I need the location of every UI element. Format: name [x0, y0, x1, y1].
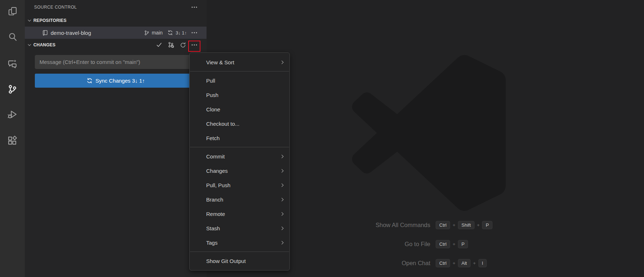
sync-icon: [167, 30, 173, 36]
menu-item-push[interactable]: Push: [190, 88, 289, 102]
watermark-shortcuts: Show All CommandsCtrl+Shift+PGo to FileC…: [323, 218, 492, 270]
menu-item-checkout-to[interactable]: Checkout to...: [190, 116, 289, 131]
keycap-ctrl: Ctrl: [436, 240, 450, 248]
chat-sparkle-icon[interactable]: [0, 53, 25, 74]
shortcut-label: Open Chat: [323, 260, 430, 267]
activity-bar: [0, 0, 25, 277]
shortcut-label: Go to File: [323, 241, 430, 248]
changes-section-header[interactable]: CHANGES: [25, 39, 207, 51]
keycap-i: I: [478, 259, 487, 267]
menu-item-pull-push[interactable]: Pull, Push: [190, 178, 289, 192]
submenu-chevron-icon: [280, 198, 284, 201]
chevron-down-icon: [27, 18, 32, 23]
vscode-window: SOURCE CONTROL REPOSITORIES demo-travel-…: [0, 0, 644, 277]
menu-item-pull[interactable]: Pull: [190, 73, 289, 88]
menu-item-commit[interactable]: Commit: [190, 149, 289, 163]
git-branch-icon: [144, 30, 149, 36]
menu-item-label: Changes: [206, 168, 228, 174]
plus-separator: +: [473, 260, 476, 266]
sync-button-label: Sync Changes 3↓ 1↑: [96, 78, 145, 84]
sync-icon: [87, 78, 93, 84]
shortcut-row: Go to FileCtrl+P: [323, 237, 492, 251]
keycap-ctrl: Ctrl: [436, 221, 450, 229]
keycap-shift: Shift: [458, 221, 474, 229]
run-debug-icon[interactable]: [0, 104, 25, 125]
repo-book-icon: [42, 30, 48, 36]
commit-check-icon[interactable]: [156, 42, 162, 48]
keycap-p: P: [458, 240, 468, 248]
source-control-icon[interactable]: [0, 79, 25, 100]
menu-item-label: Checkout to...: [206, 121, 240, 127]
vscode-logo-watermark: [352, 55, 506, 211]
repositories-label: REPOSITORIES: [33, 18, 66, 23]
menu-item-tags[interactable]: Tags: [190, 235, 289, 250]
changes-label: CHANGES: [33, 42, 55, 47]
submenu-chevron-icon: [280, 183, 284, 187]
menu-item-view-sort[interactable]: View & Sort: [190, 55, 289, 69]
shortcut-row: Open ChatCtrl+Alt+I: [323, 256, 492, 270]
menu-item-label: Tags: [206, 240, 218, 246]
commit-message-input[interactable]: [35, 55, 196, 69]
menu-item-fetch[interactable]: Fetch: [190, 131, 289, 145]
chevron-down-icon: [27, 42, 32, 47]
submenu-chevron-icon: [280, 212, 284, 216]
shortcut-keys: Ctrl+Shift+P: [436, 221, 492, 229]
sync-counts: 3↓ 1↑: [176, 30, 187, 36]
repositories-section-header[interactable]: REPOSITORIES: [25, 14, 207, 27]
menu-item-clone[interactable]: Clone: [190, 102, 289, 116]
repo-row-demo-travel-blog[interactable]: demo-travel-blog main 3↓ 1↑: [25, 27, 207, 39]
menu-item-remote[interactable]: Remote: [190, 207, 289, 221]
sidebar-more-actions-icon[interactable]: [191, 6, 197, 8]
menu-item-stash[interactable]: Stash: [190, 221, 289, 235]
menu-separator: [190, 251, 289, 252]
menu-item-label: Stash: [206, 225, 220, 231]
shortcut-label: Show All Commands: [323, 222, 430, 228]
sync-changes-button[interactable]: Sync Changes 3↓ 1↑: [35, 74, 196, 88]
submenu-chevron-icon: [280, 169, 284, 172]
menu-item-label: Push: [206, 92, 218, 98]
explorer-copy-icon[interactable]: [0, 1, 25, 22]
menu-item-label: Pull: [206, 78, 215, 84]
repo-more-actions-icon[interactable]: [191, 32, 197, 33]
menu-item-show-git-output[interactable]: Show Git Output: [190, 254, 289, 268]
sidebar-title-row: SOURCE CONTROL: [25, 0, 207, 14]
submenu-chevron-icon: [280, 226, 284, 230]
submenu-chevron-icon: [280, 154, 284, 158]
branch-name: main: [152, 30, 163, 36]
menu-item-label: Commit: [206, 153, 225, 160]
menu-item-label: Branch: [206, 197, 223, 203]
extensions-icon[interactable]: [0, 130, 25, 151]
menu-separator: [190, 147, 289, 147]
menu-item-branch[interactable]: Branch: [190, 192, 289, 207]
menu-item-label: Remote: [206, 211, 225, 217]
source-control-sidebar: SOURCE CONTROL REPOSITORIES demo-travel-…: [25, 0, 207, 277]
keycap-alt: Alt: [458, 259, 471, 267]
repo-name: demo-travel-blog: [51, 30, 91, 36]
menu-item-changes[interactable]: Changes: [190, 163, 289, 178]
menu-item-label: View & Sort: [206, 59, 234, 65]
plus-separator: +: [453, 260, 455, 266]
sidebar-title: SOURCE CONTROL: [34, 5, 77, 10]
menu-item-label: Pull, Push: [206, 182, 231, 188]
keycap-p: P: [482, 221, 492, 229]
menu-item-label: Show Git Output: [206, 258, 246, 264]
plus-separator: +: [453, 222, 455, 228]
plus-separator: +: [477, 222, 480, 228]
refresh-icon[interactable]: [180, 42, 186, 48]
keycap-ctrl: Ctrl: [436, 259, 450, 267]
menu-separator: [190, 71, 289, 71]
submenu-chevron-icon: [280, 241, 284, 244]
submenu-chevron-icon: [280, 60, 284, 64]
shortcut-keys: Ctrl+Alt+I: [436, 259, 487, 267]
menu-item-label: Fetch: [206, 135, 220, 141]
plus-separator: +: [453, 241, 455, 247]
menu-item-label: Clone: [206, 106, 220, 112]
branch-plus-icon[interactable]: [168, 42, 175, 49]
shortcut-keys: Ctrl+P: [436, 240, 468, 248]
changes-more-actions-icon[interactable]: [191, 44, 197, 46]
shortcut-row: Show All CommandsCtrl+Shift+P: [323, 218, 492, 232]
search-icon[interactable]: [0, 27, 25, 47]
scm-context-menu: View & SortPullPushCloneCheckout to...Fe…: [189, 52, 290, 271]
